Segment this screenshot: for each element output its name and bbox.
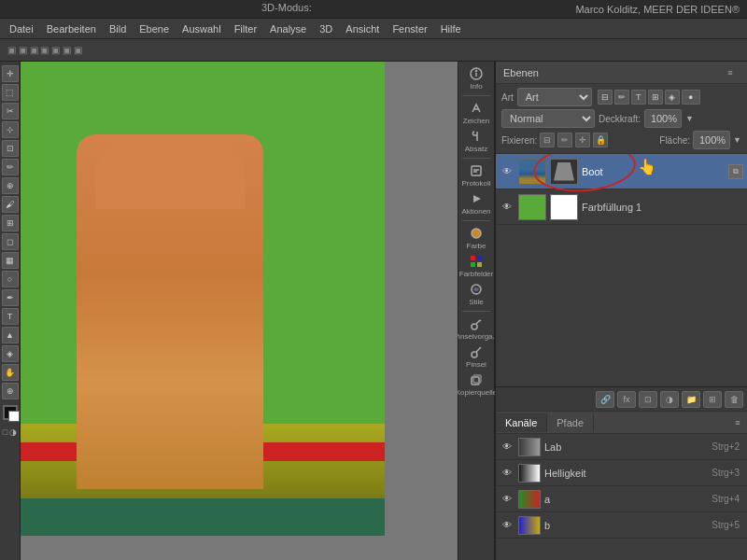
stile-label: Stile	[469, 298, 484, 306]
tool-brush[interactable]: 🖌	[2, 196, 19, 213]
tool-lasso[interactable]: ✂	[2, 103, 19, 119]
menu-filter[interactable]: Filter	[229, 21, 262, 36]
channel-a[interactable]: 👁 a Strg+4	[496, 486, 747, 512]
delete-layer-btn[interactable]: 🗑	[725, 391, 743, 408]
foreground-color[interactable]	[3, 405, 18, 420]
tool-heal[interactable]: ⊕	[2, 177, 19, 194]
absatz-panel-btn[interactable]: Absatz	[460, 128, 492, 154]
layer-farbfullung-visibility[interactable]: 👁	[500, 200, 514, 215]
add-mask-btn[interactable]: ⊡	[639, 391, 657, 408]
channels-header: Kanäle Pfade ≡	[496, 412, 747, 434]
channel-lab[interactable]: 👁 Lab Strg+2	[496, 434, 747, 460]
tool-wand[interactable]: ⊹	[2, 121, 19, 138]
image-water	[21, 498, 385, 536]
channels-menu-btn[interactable]: ≡	[728, 414, 747, 431]
filter-icon-2[interactable]: ✏	[614, 90, 629, 105]
farbfelder-panel-btn[interactable]: Farbfelder	[460, 253, 492, 279]
kopierquelle-panel-btn[interactable]: Kopierquelle	[460, 371, 492, 398]
channel-hell-visibility[interactable]: 👁	[500, 466, 514, 481]
pinsel-panel-btn[interactable]: Pinsel	[460, 343, 492, 370]
tool-eraser[interactable]: ◻	[2, 233, 19, 250]
menu-3d[interactable]: 3D	[314, 21, 338, 36]
channels-list: 👁 Lab Strg+2 👁 Helligkeit Strg+3 👁 a Str…	[496, 434, 747, 539]
filter-icon-4[interactable]: ⊞	[648, 90, 663, 105]
panel-divider-1	[462, 95, 490, 96]
protokoll-panel-btn[interactable]: Protokoll	[460, 162, 492, 189]
channel-a-visibility[interactable]: 👁	[500, 492, 514, 507]
tab-pfade[interactable]: Pfade	[547, 413, 594, 432]
link-layers-btn[interactable]: 🔗	[596, 391, 614, 408]
left-toolbar: ✛ ⬚ ✂ ⊹ ⊡ ✏ ⊕ 🖌 ⊞ ◻ ▦ ○ ✒ T ▲ ◈ ✋ ⊕ □◑	[0, 62, 21, 560]
fix-pixels[interactable]: ✏	[557, 133, 572, 147]
filter-toggle[interactable]: ●	[682, 90, 700, 105]
layer-boot-icons: ⧉	[728, 164, 743, 179]
layer-farbfullung[interactable]: 👁 Farbfüllung 1	[496, 189, 747, 225]
tool-3d[interactable]: ◈	[2, 345, 19, 362]
channel-helligkeit[interactable]: 👁 Helligkeit Strg+3	[496, 460, 747, 486]
layers-menu-btn[interactable]: ≡	[721, 64, 740, 81]
mode-select[interactable]: Normal	[501, 109, 595, 128]
menu-ebene[interactable]: Ebene	[134, 21, 175, 36]
tool-text[interactable]: T	[2, 308, 19, 325]
tool-stamp[interactable]: ⊞	[2, 215, 19, 231]
fill-input[interactable]	[693, 131, 730, 149]
filter-icon-1[interactable]: ⊟	[598, 90, 613, 105]
fix-transparent[interactable]: ⊟	[540, 133, 555, 147]
tool-move[interactable]: ✛	[2, 65, 19, 82]
svg-line-18	[476, 347, 481, 352]
tool-hand[interactable]: ✋	[2, 364, 19, 381]
layer-boot-visibility[interactable]: 👁	[500, 164, 514, 179]
new-layer-btn[interactable]: ⊞	[703, 391, 722, 408]
channel-b[interactable]: 👁 b Strg+5	[496, 512, 747, 539]
filter-select[interactable]: Art	[517, 88, 592, 106]
mask-mode[interactable]: □◑	[3, 427, 17, 437]
channel-hell-shortcut: Strg+3	[712, 468, 740, 478]
pinselvorga-label: Pinselvorga...	[454, 332, 499, 341]
channel-b-visibility[interactable]: 👁	[500, 518, 514, 533]
tool-gradient[interactable]: ▦	[2, 252, 19, 269]
svg-rect-12	[477, 262, 482, 267]
tool-dodge[interactable]: ○	[2, 271, 19, 287]
aktionen-panel-btn[interactable]: Aktionen	[460, 190, 492, 217]
menu-fenster[interactable]: Fenster	[387, 21, 432, 36]
svg-point-17	[472, 352, 477, 357]
layer-boot-mask-thumb	[550, 159, 578, 185]
tool-pen[interactable]: ✒	[2, 289, 19, 306]
layer-boot-copy-icon[interactable]: ⧉	[728, 164, 743, 179]
farbe-panel-btn[interactable]: Farbe	[460, 225, 492, 251]
channel-lab-visibility[interactable]: 👁	[500, 440, 514, 455]
filter-icon-5[interactable]: ◈	[665, 90, 680, 105]
tool-crop[interactable]: ⊡	[2, 140, 19, 157]
info-panel-btn[interactable]: Info	[460, 65, 492, 91]
menu-auswahl[interactable]: Auswahl	[176, 21, 227, 36]
layer-boot[interactable]: 👁 Boot ⧉ 👆	[496, 154, 747, 189]
channel-a-thumb	[518, 490, 541, 509]
channel-hell-name: Helligkeit	[544, 468, 708, 479]
tool-eyedropper[interactable]: ✏	[2, 159, 19, 175]
tab-kanale[interactable]: Kanäle	[496, 413, 547, 432]
main-area: ✛ ⬚ ✂ ⊹ ⊡ ✏ ⊕ 🖌 ⊞ ◻ ▦ ○ ✒ T ▲ ◈ ✋ ⊕ □◑ b…	[0, 62, 747, 560]
filter-icon-3[interactable]: T	[631, 90, 646, 105]
tool-zoom[interactable]: ⊕	[2, 383, 19, 399]
menu-bearbeiten[interactable]: Bearbeiten	[41, 21, 102, 36]
fix-all[interactable]: 🔒	[593, 133, 608, 147]
svg-rect-10	[477, 256, 482, 260]
fx-btn[interactable]: fx	[617, 391, 636, 408]
menu-datei[interactable]: Datei	[4, 21, 39, 36]
zeichen-panel-btn[interactable]: Zeichen	[460, 100, 492, 126]
tool-select[interactable]: ⬚	[2, 84, 19, 101]
stile-panel-btn[interactable]: Stile	[460, 281, 492, 307]
adjustment-btn[interactable]: ◑	[660, 391, 679, 408]
options-placeholder: ▣ ▣ ▣ ▣ ▣ ▣ ▣	[7, 45, 82, 55]
opacity-input[interactable]	[644, 109, 682, 128]
menu-ansicht[interactable]: Ansicht	[340, 21, 385, 36]
tool-path[interactable]: ▲	[2, 327, 19, 343]
menu-bild[interactable]: Bild	[104, 21, 132, 36]
fix-position[interactable]: ✛	[575, 133, 590, 147]
new-group-btn[interactable]: 📁	[682, 391, 700, 408]
pinselvorga-panel-btn[interactable]: Pinselvorga...	[460, 315, 492, 342]
menu-hilfe[interactable]: Hilfe	[435, 21, 467, 36]
opacity-arrow[interactable]: ▼	[685, 114, 694, 123]
menu-analyse[interactable]: Analyse	[264, 21, 312, 36]
fill-arrow[interactable]: ▼	[733, 135, 741, 145]
